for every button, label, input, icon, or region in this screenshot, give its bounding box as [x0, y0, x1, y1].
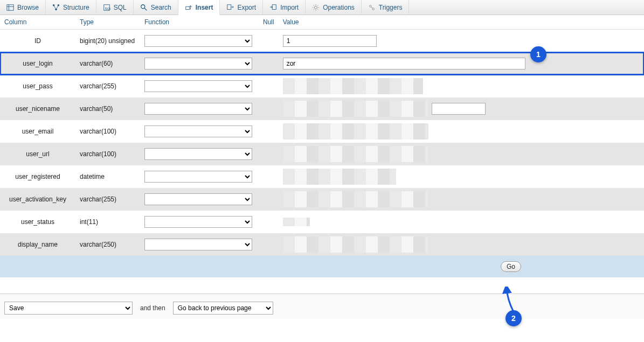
field-row-user_email: user_emailvarchar(100): [0, 120, 644, 143]
svg-line-9: [144, 8, 147, 10]
column-name: user_activation_key: [0, 188, 75, 211]
column-name: user_status: [0, 211, 75, 233]
tab-sql[interactable]: SQL SQL: [96, 0, 134, 15]
tab-structure[interactable]: Structure: [46, 0, 96, 15]
function-select[interactable]: [144, 171, 252, 183]
field-row-user_login: user_loginvarchar(60): [0, 52, 644, 75]
svg-point-14: [369, 5, 371, 7]
redacted-value: [283, 123, 428, 139]
tab-label: SQL: [114, 4, 127, 11]
header-null: Null: [259, 15, 279, 30]
svg-point-15: [372, 8, 375, 10]
column-name: user_url: [0, 143, 75, 165]
column-name: user_registered: [0, 165, 75, 188]
column-name: display_name: [0, 233, 75, 256]
field-row-display_name: display_namevarchar(250): [0, 233, 644, 256]
column-type: bigint(20) unsigned: [75, 30, 140, 52]
callout-1: 1: [530, 46, 546, 62]
column-type: varchar(250): [75, 233, 140, 256]
go-button[interactable]: Go: [501, 261, 521, 272]
tab-label: Browse: [17, 4, 39, 11]
tab-operations[interactable]: Operations: [306, 0, 362, 15]
header-value: Value: [279, 15, 644, 30]
function-select[interactable]: [144, 58, 252, 69]
field-row-user_nicename: user_nicenamevarchar(50): [0, 97, 644, 120]
svg-point-8: [141, 4, 144, 8]
import-icon: [269, 4, 277, 11]
function-select[interactable]: [144, 103, 252, 115]
svg-rect-12: [272, 4, 276, 9]
insert-icon: [185, 4, 192, 11]
value-input[interactable]: [283, 58, 525, 69]
value-input[interactable]: [283, 35, 377, 47]
tab-label: Insert: [196, 4, 213, 11]
svg-rect-11: [227, 4, 231, 9]
column-name: user_nicename: [0, 97, 75, 120]
redacted-value: [283, 236, 428, 253]
browse-icon: [6, 4, 14, 11]
tab-label: Export: [237, 4, 256, 11]
insert-form: Column Type Function Null Value IDbigint…: [0, 15, 644, 277]
redacted-value: [283, 101, 428, 117]
gear-icon: [312, 4, 320, 11]
function-select[interactable]: [144, 216, 252, 228]
function-select[interactable]: [144, 193, 252, 205]
header-column: Column: [0, 15, 75, 30]
tab-insert[interactable]: Insert: [178, 0, 220, 15]
then-select[interactable]: Go back to previous page: [173, 302, 273, 315]
redacted-value: [283, 218, 310, 226]
search-icon: [140, 4, 148, 11]
structure-icon: [52, 4, 60, 11]
tab-triggers[interactable]: Triggers: [362, 0, 410, 15]
tab-label: Operations: [323, 4, 355, 11]
field-row-user_status: user_statusint(11): [0, 211, 644, 233]
field-row-user_pass: user_passvarchar(255): [0, 75, 644, 97]
header-function: Function: [140, 15, 259, 30]
function-select[interactable]: [144, 148, 252, 160]
svg-rect-0: [7, 4, 13, 10]
tab-label: Import: [280, 4, 299, 11]
redacted-value: [283, 169, 396, 185]
tab-export[interactable]: Export: [220, 0, 263, 15]
tab-search[interactable]: Search: [134, 0, 178, 15]
function-select[interactable]: [144, 80, 252, 92]
value-input[interactable]: [432, 103, 486, 115]
tab-label: Search: [151, 4, 171, 11]
sql-icon: SQL: [103, 4, 110, 11]
column-type: varchar(100): [75, 143, 140, 165]
function-select[interactable]: [144, 125, 252, 137]
redacted-value: [283, 191, 428, 207]
tab-import[interactable]: Import: [263, 0, 306, 15]
function-select[interactable]: [144, 239, 252, 250]
tab-label: Triggers: [379, 4, 403, 11]
export-icon: [226, 4, 234, 11]
column-type: varchar(50): [75, 97, 140, 120]
field-row-user_registered: user_registereddatetime: [0, 165, 644, 188]
column-type: int(11): [75, 211, 140, 233]
field-row-user_url: user_urlvarchar(100): [0, 143, 644, 165]
field-row-user_activation_key: user_activation_keyvarchar(255): [0, 188, 644, 211]
header-type: Type: [75, 15, 140, 30]
svg-point-13: [315, 6, 317, 9]
column-type: varchar(255): [75, 188, 140, 211]
callout-2: 2: [505, 310, 522, 326]
column-name: user_pass: [0, 75, 75, 97]
column-name: user_login: [0, 52, 75, 75]
column-type: varchar(100): [75, 120, 140, 143]
tab-bar: Browse Structure SQL SQL Search Insert E…: [0, 0, 644, 15]
column-type: datetime: [75, 165, 140, 188]
svg-rect-10: [186, 6, 190, 9]
action-bar: Save and then Go back to previous page: [0, 294, 644, 319]
column-name: user_email: [0, 120, 75, 143]
tab-label: Structure: [63, 4, 89, 11]
save-select[interactable]: Save: [4, 302, 133, 315]
triggers-icon: [368, 4, 376, 11]
svg-text:SQL: SQL: [105, 6, 110, 10]
column-type: varchar(60): [75, 52, 140, 75]
field-row-ID: IDbigint(20) unsigned: [0, 30, 644, 52]
redacted-value: [283, 146, 428, 162]
column-name: ID: [0, 30, 75, 52]
tab-browse[interactable]: Browse: [0, 0, 46, 15]
function-select[interactable]: [144, 35, 252, 47]
then-label: and then: [140, 304, 165, 312]
